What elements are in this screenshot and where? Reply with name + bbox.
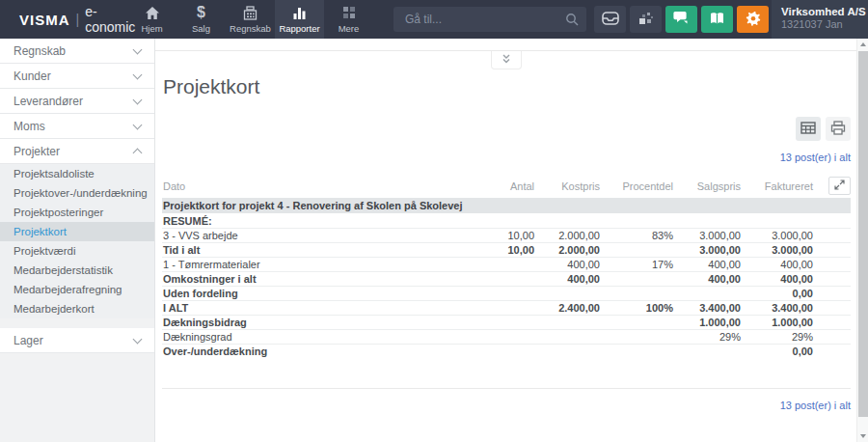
sidebar-item-lager[interactable]: Lager (0, 328, 154, 353)
print-button[interactable] (826, 117, 851, 141)
sidebar-subitem-projektposteringer[interactable]: Projektposteringer (0, 203, 154, 222)
cell-faktureret: 29% (741, 331, 813, 343)
cell-dato: Tid i alt (162, 244, 469, 256)
sidebar-item-leverandører[interactable]: Leverandører (0, 89, 154, 114)
sidebar-subitem-projektværdi[interactable]: Projektværdi (0, 241, 154, 261)
dollar-icon: $ (197, 5, 205, 20)
column-header-faktureret: Faktureret (741, 180, 813, 192)
bar-chart-icon (292, 5, 307, 20)
table-row: Tid i alt10,002.000,003.000,003.000,00 (162, 242, 851, 257)
search-icon (565, 13, 579, 30)
chevron-down-icon (133, 69, 143, 79)
scroll-down-arrow[interactable] (857, 430, 868, 442)
cell-dato: Omkostninger i alt (162, 273, 469, 285)
sidebar-item-regnskab[interactable]: Regnskab (0, 39, 154, 64)
cell-faktureret: 0,00 (741, 288, 813, 299)
resume-label: RESUMÉ: (162, 215, 851, 227)
cell-dato: 3 - VVS arbejde (162, 230, 469, 241)
cell-kostpris: 400,00 (534, 259, 600, 270)
bottom-divider (162, 388, 851, 389)
table-view-button[interactable] (796, 117, 821, 141)
sidebar: RegnskabKunderLeverandørerMomsProjekter … (0, 39, 154, 442)
cell-faktureret: 3.000,00 (741, 230, 813, 241)
column-header-salgspris: Salgspris (673, 180, 741, 192)
cell-salgspris: 400,00 (673, 259, 741, 270)
table-row: Dækningsgrad29%29% (162, 329, 851, 344)
home-icon (145, 5, 160, 20)
record-count-bottom: 13 post(er) i alt (162, 400, 851, 411)
cell-dato: Dækningsgrad (162, 331, 469, 343)
sidebar-subitem-projektkort[interactable]: Projektkort (0, 222, 154, 241)
sidebar-subitem-medarbejderafregning[interactable]: Medarbejderafregning (0, 280, 154, 299)
settings-button[interactable] (737, 6, 769, 33)
chevron-down-icon (133, 120, 143, 129)
chevron-down-icon (133, 44, 143, 54)
cell-salgspris: 29% (673, 331, 741, 343)
table-row: Uden fordeling0,00 (162, 286, 851, 300)
cell-faktureret: 400,00 (741, 273, 813, 285)
sidebar-item-label: Projekter (14, 145, 60, 158)
chat-icon (673, 11, 690, 28)
column-header-procentdel: Procentdel (600, 180, 673, 192)
cash-register-icon (243, 5, 258, 20)
cell-faktureret: 1.000,00 (741, 317, 813, 328)
scrollbar-thumb[interactable] (858, 51, 868, 417)
print-icon (830, 121, 846, 138)
cell-faktureret: 3.000,00 (741, 244, 813, 256)
sidebar-item-label: Leverandører (14, 95, 83, 108)
sidebar-item-label: Regnskab (14, 44, 66, 58)
nav-item-hjem[interactable]: Hjem (127, 0, 176, 39)
cell-procentdel: 100% (600, 302, 673, 314)
sidebar-bottom-items: Lager (0, 328, 154, 353)
chevron-up-icon (133, 148, 143, 157)
report-actions (162, 117, 851, 141)
record-count-top: 13 post(er) i alt (162, 152, 851, 163)
inbox-button[interactable] (594, 6, 626, 33)
sidebar-item-moms[interactable]: Moms (0, 114, 154, 139)
chevron-double-down-icon (501, 51, 512, 69)
nav-item-rapporter[interactable]: Rapporter (275, 0, 324, 39)
apps-button[interactable] (630, 6, 662, 33)
topbar-buttons (594, 6, 769, 33)
chat-button[interactable] (665, 6, 697, 33)
search-input[interactable] (393, 7, 586, 32)
cell-kostpris: 2.000,00 (534, 244, 600, 256)
brand-logo[interactable]: VISMA | e-conomic (0, 0, 127, 39)
cell-faktureret: 0,00 (741, 345, 813, 357)
grid-icon (342, 5, 356, 20)
filter-panel-border (155, 39, 856, 51)
sidebar-gap (0, 318, 154, 328)
cell-dato: Over-/underdækning (162, 345, 469, 357)
sidebar-subitem-medarbejderkort[interactable]: Medarbejderkort (0, 299, 154, 318)
fullscreen-button[interactable] (828, 177, 851, 195)
cell-salgspris: 3.000,00 (673, 230, 741, 241)
nav-item-regnskab[interactable]: Regnskab (226, 0, 275, 39)
table-row: Over-/underdækning0,00 (162, 344, 851, 358)
cell-salgspris: 3.400,00 (673, 302, 741, 314)
scroll-up-arrow[interactable] (857, 39, 868, 50)
project-report-table: Dato Antal Kostpris Procentdel Salgspris… (162, 176, 851, 358)
sidebar-subitem-medarbejderstatistik[interactable]: Medarbejderstatistik (0, 261, 154, 280)
cell-dato: I ALT (162, 302, 469, 314)
report-band-row: Projektkort for projekt 4 - Renovering a… (162, 198, 851, 213)
nav-item-mere[interactable]: Mere (324, 0, 373, 39)
book-button[interactable] (701, 6, 733, 33)
page-title: Projektkort (163, 75, 851, 98)
sidebar-item-projekter[interactable]: Projekter (0, 139, 154, 164)
company-id: 1321037 Jan (781, 18, 858, 30)
sidebar-subitem-projektsaldoliste[interactable]: Projektsaldoliste (0, 164, 154, 183)
cell-kostpris: 2.400,00 (534, 302, 600, 314)
sidebar-item-label: Lager (14, 334, 43, 347)
cell-antal: 10,00 (469, 230, 534, 241)
expand-filters-button[interactable] (491, 51, 522, 69)
brand-visma: VISMA (19, 12, 70, 28)
company-selector[interactable]: Virksomhed A/S 1321037 Jan (772, 0, 868, 39)
nav-item-salg[interactable]: $ Salg (176, 0, 226, 39)
sidebar-item-kunder[interactable]: Kunder (0, 64, 154, 89)
cell-procentdel: 83% (600, 230, 673, 241)
cell-dato: 1 - Tømrermaterialer (162, 259, 469, 270)
table-row: Dækningsbidrag1.000,001.000,00 (162, 315, 851, 329)
sidebar-subitem-projektover-underdækning[interactable]: Projektover-/underdækning (0, 183, 154, 203)
cell-kostpris: 2.000,00 (534, 230, 600, 241)
sidebar-item-label: Moms (14, 120, 45, 133)
